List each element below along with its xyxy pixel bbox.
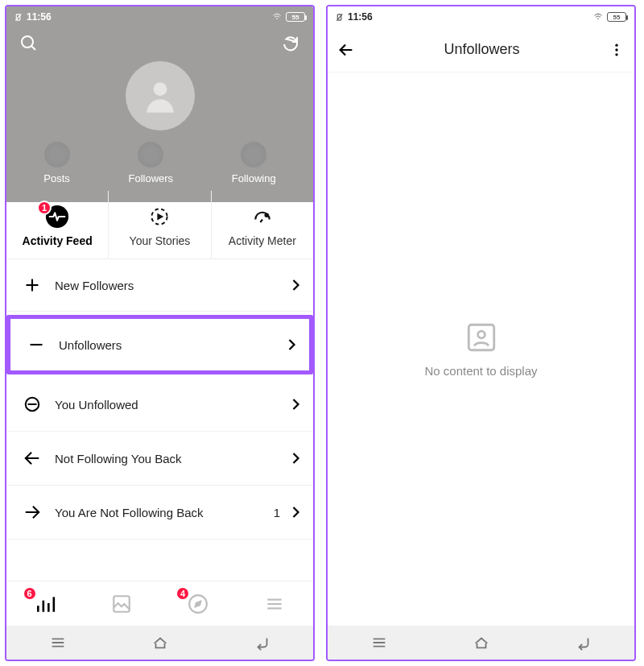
row-new-followers[interactable]: New Followers	[6, 259, 313, 312]
circle-minus-icon	[19, 395, 45, 413]
chevron-right-icon	[291, 506, 300, 519]
activity-list: New Followers Unfollowers You Unfollowed	[6, 259, 313, 540]
stat-following[interactable]: Following	[232, 142, 276, 184]
nav-media[interactable]	[105, 588, 138, 620]
bottom-nav: 6 4	[6, 581, 313, 626]
phone-left: 11:56 55 Posts Followers	[5, 5, 315, 661]
tab-activity-badge: 1	[37, 201, 52, 215]
system-nav	[6, 626, 313, 660]
more-icon[interactable]	[609, 42, 625, 58]
row-count: 1	[274, 506, 280, 519]
row-not-following-you-back[interactable]: Not Following You Back	[6, 432, 313, 486]
nav-menu[interactable]	[258, 588, 291, 620]
image-icon	[111, 594, 132, 614]
row-label: Unfollowers	[49, 338, 287, 352]
row-you-are-not-following-back[interactable]: You Are Not Following Back 1	[6, 486, 313, 540]
tab-activity-meter[interactable]: Activity Meter	[212, 191, 313, 259]
status-time: 11:56	[27, 11, 52, 23]
row-unfollowers[interactable]: Unfollowers	[6, 315, 313, 374]
page-title: Unfollowers	[355, 41, 609, 58]
svg-marker-23	[196, 601, 201, 606]
svg-point-35	[615, 53, 617, 56]
wifi-icon	[592, 12, 604, 22]
arrow-left-icon	[19, 449, 45, 467]
row-label: New Followers	[45, 279, 291, 292]
minus-icon	[23, 337, 49, 353]
nav-stats[interactable]: 6	[29, 588, 61, 620]
bars-icon	[35, 594, 56, 614]
mute-icon	[14, 13, 23, 22]
tabs: 1 Activity Feed Your Stories Activity Me…	[6, 191, 313, 259]
empty-icon	[464, 321, 498, 354]
status-bar: 11:56 55	[6, 6, 313, 27]
chevron-right-icon	[287, 338, 296, 351]
compass-icon	[188, 594, 208, 614]
tab-your-stories[interactable]: Your Stories	[109, 191, 211, 259]
svg-point-8	[265, 214, 268, 217]
nav-explore[interactable]: 4	[182, 588, 214, 620]
search-icon[interactable]	[19, 34, 39, 53]
empty-text: No content to display	[424, 364, 537, 378]
chevron-right-icon	[291, 452, 300, 465]
sys-back[interactable]	[575, 634, 592, 652]
mute-icon	[336, 13, 345, 22]
svg-line-3	[31, 46, 35, 50]
system-nav	[328, 626, 634, 660]
nav-explore-badge: 4	[175, 586, 190, 601]
menu-icon	[264, 594, 285, 614]
nav-stats-badge: 6	[23, 586, 37, 601]
back-icon[interactable]	[337, 41, 355, 59]
sys-home[interactable]	[473, 634, 490, 652]
row-label: Not Following You Back	[45, 452, 291, 465]
status-bar: 11:56 55	[328, 6, 634, 27]
sys-back[interactable]	[254, 634, 271, 652]
svg-marker-7	[158, 213, 164, 221]
row-label: You Are Not Following Back	[45, 506, 274, 519]
sys-home[interactable]	[151, 634, 169, 652]
empty-state: No content to display	[328, 72, 634, 626]
row-label: You Unfollowed	[45, 398, 291, 412]
tab-activity-feed[interactable]: 1 Activity Feed	[6, 191, 109, 259]
svg-point-33	[615, 43, 617, 46]
chevron-right-icon	[291, 398, 300, 411]
svg-point-2	[22, 36, 33, 48]
sys-recent[interactable]	[49, 634, 67, 652]
meter-icon	[251, 205, 274, 228]
svg-line-9	[260, 220, 262, 223]
wifi-icon	[271, 12, 283, 22]
battery-icon: 55	[607, 12, 626, 22]
avatar[interactable]	[126, 61, 195, 130]
svg-point-37	[477, 331, 485, 338]
stat-posts[interactable]: Posts	[43, 142, 70, 184]
tab-label: Activity Feed	[11, 234, 103, 247]
profile-hero: Posts Followers Following	[6, 27, 313, 202]
phone-right: 11:56 55 Unfollowers No content to displ…	[326, 5, 636, 661]
stories-icon	[148, 205, 171, 228]
sys-recent[interactable]	[370, 634, 388, 652]
tab-label: Your Stories	[114, 234, 205, 247]
battery-icon: 55	[286, 12, 305, 22]
stat-followers[interactable]: Followers	[128, 142, 173, 184]
row-you-unfollowed[interactable]: You Unfollowed	[6, 378, 313, 432]
svg-point-4	[153, 82, 167, 96]
status-time: 11:56	[348, 11, 373, 23]
chevron-right-icon	[291, 279, 300, 292]
tab-label: Activity Meter	[217, 234, 308, 247]
refresh-icon[interactable]	[281, 34, 300, 53]
arrow-right-icon	[19, 503, 45, 521]
plus-icon	[19, 277, 45, 293]
svg-point-34	[615, 48, 617, 51]
title-bar: Unfollowers	[328, 27, 634, 72]
